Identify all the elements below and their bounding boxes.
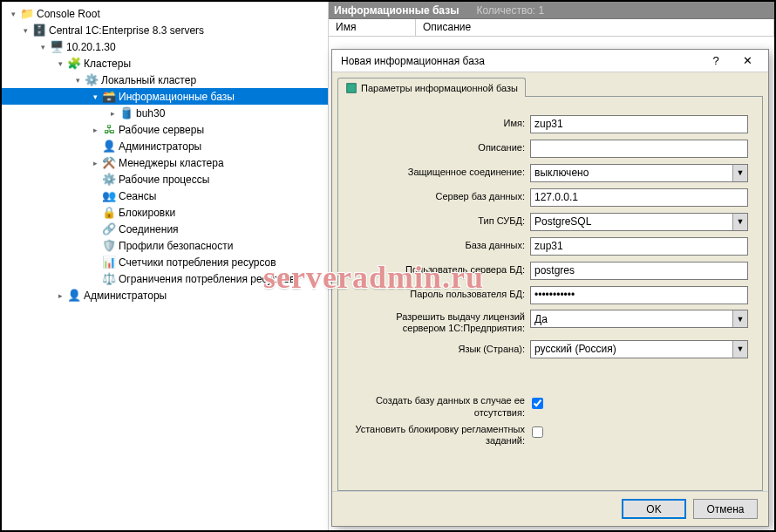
label-dbname: База данных: [351,240,530,251]
dialog-footer: OK Отмена [332,491,768,526]
chevron-down-icon[interactable]: ▾ [37,43,49,51]
sessions-icon: 👥 [102,189,116,203]
tree-node-server-ip[interactable]: ▾ 🖥️ 10.20.1.30 [2,38,328,55]
tree-label: 10.20.1.30 [66,41,116,53]
tree-node-clusters[interactable]: ▾ 🧩 Кластеры [2,55,328,72]
tree-node-console-root[interactable]: ▾ 📁 Console Root [2,5,328,22]
list-header: Информационные базы Количество: 1 [329,2,774,19]
tree-label: Console Root [37,8,100,20]
tree-node-security-profiles[interactable]: 🛡️ Профили безопасности [2,237,328,254]
dialog-body: Параметры информационной базы Имя: Описа… [332,72,768,491]
tree-label: Кластеры [84,58,131,70]
dialog-title: Новая информационная база [341,55,700,67]
select-dbtype[interactable]: PostgreSQL ▼ [530,213,748,231]
database-group-icon: 🗃️ [102,90,116,104]
column-description[interactable]: Описание [416,19,774,36]
select-license[interactable]: Да ▼ [530,310,748,328]
admin-icon: 👤 [67,289,81,303]
tree-label: Администраторы [84,290,167,302]
cancel-button[interactable]: Отмена [693,499,758,519]
svg-rect-0 [347,83,357,92]
chevron-down-icon[interactable]: ▾ [71,76,84,85]
checkbox-lockjobs[interactable] [532,426,543,438]
tab-label: Параметры информационной базы [361,83,518,93]
tree-label: Central 1C:Enterprise 8.3 servers [49,24,204,37]
chevron-down-icon: ▼ [732,214,747,230]
list-count: Количество: 1 [476,4,544,17]
chevron-right-icon[interactable]: ▸ [106,109,119,118]
tree-label: Администраторы [119,140,201,153]
counter-icon: 📊 [102,256,116,269]
connection-icon: 🔗 [102,222,116,236]
shield-icon: 🛡️ [102,239,116,253]
chevron-down-icon[interactable]: ▾ [7,10,19,18]
tree-node-resource-limits[interactable]: ⚖️ Ограничения потребления ресурсов [2,270,328,287]
label-license: Разрешить выдачу лицензий сервером 1С:Пр… [351,310,530,334]
input-dbserver[interactable] [530,188,748,207]
chevron-right-icon[interactable]: ▸ [89,126,101,134]
tab-infobase-params[interactable]: Параметры информационной базы [337,78,526,97]
checkbox-createdb[interactable] [532,398,543,409]
chevron-down-icon[interactable]: ▾ [19,26,31,35]
close-button[interactable]: ✕ [732,52,763,70]
admin-icon: 👤 [102,140,116,153]
tree-label: buh30 [136,107,165,119]
tree-node-work-servers[interactable]: ▸ 🖧 Рабочие серверы [2,121,328,138]
new-infobase-dialog: Новая информационная база ? ✕ Параметры … [331,49,769,527]
chevron-down-icon: ▼ [732,310,747,327]
input-desc[interactable] [530,140,748,158]
column-name[interactable]: Имя [329,19,416,36]
tree-node-sessions[interactable]: 👥 Сеансы [2,188,328,204]
label-dbuser: Пользователь сервера БД: [351,264,530,276]
manager-icon: ⚒️ [102,156,116,170]
tree-node-cluster-managers[interactable]: ▸ ⚒️ Менеджеры кластера [2,154,328,171]
chevron-down-icon: ▼ [732,165,747,181]
tree-node-central-servers[interactable]: ▾ 🗄️ Central 1C:Enterprise 8.3 servers [2,22,328,38]
tree-label: Информационные базы [119,91,235,103]
tree-node-server-admins[interactable]: ▸ 👤 Администраторы [2,287,328,304]
tab-icon [345,82,357,94]
lock-icon: 🔒 [102,206,116,220]
tree-node-infobase-item[interactable]: ▸ 🛢️ buh30 [2,105,328,121]
label-dbpass: Пароль пользователя БД: [351,289,530,300]
select-value: выключено [534,167,732,179]
tree-label: Счетчики потребления ресурсов [119,256,276,269]
folder-icon: 📁 [20,7,34,21]
tree-node-cluster-admins[interactable]: 👤 Администраторы [2,138,328,154]
label-lockjobs: Установить блокировку регламентных задан… [351,424,530,447]
process-icon: ⚙️ [102,173,116,187]
list-columns: Имя Описание [329,19,774,37]
dialog-titlebar[interactable]: Новая информационная база ? ✕ [332,50,768,72]
chevron-down-icon: ▼ [732,341,747,358]
tree-node-resource-counters[interactable]: 📊 Счетчики потребления ресурсов [2,254,328,270]
tree-node-locks[interactable]: 🔒 Блокировки [2,204,328,221]
tree-node-connections[interactable]: 🔗 Соединения [2,221,328,237]
tree-label: Менеджеры кластера [119,157,224,169]
work-server-icon: 🖧 [102,123,116,137]
tree-label: Локальный кластер [101,74,196,86]
input-dbuser[interactable] [530,262,748,280]
tree-label: Рабочие процессы [119,174,209,186]
ok-button[interactable]: OK [622,499,686,519]
chevron-down-icon[interactable]: ▾ [54,59,66,68]
chevron-right-icon[interactable]: ▸ [89,159,101,167]
server-group-icon: 🗄️ [32,24,46,38]
chevron-right-icon[interactable]: ▸ [54,291,66,300]
help-button[interactable]: ? [700,52,732,70]
select-lang[interactable]: русский (Россия) ▼ [530,340,748,358]
select-secure[interactable]: выключено ▼ [530,164,748,182]
chevron-down-icon[interactable]: ▾ [89,92,101,101]
label-lang: Язык (Страна): [351,344,530,355]
input-dbname[interactable] [530,237,748,256]
input-name[interactable] [530,115,748,133]
label-createdb: Создать базу данных в случае ее отсутств… [351,395,530,418]
tree-node-local-cluster[interactable]: ▾ ⚙️ Локальный кластер [2,72,328,88]
input-dbpass[interactable] [530,286,748,304]
limit-icon: ⚖️ [102,272,116,286]
tree-node-infobases[interactable]: ▾ 🗃️ Информационные базы [2,88,328,105]
label-dbserver: Сервер баз данных: [351,191,530,202]
cluster-icon: ⚙️ [85,73,99,87]
tree-node-work-processes[interactable]: ⚙️ Рабочие процессы [2,171,328,188]
server-icon: 🖥️ [50,40,64,54]
tree-label: Соединения [119,223,179,235]
